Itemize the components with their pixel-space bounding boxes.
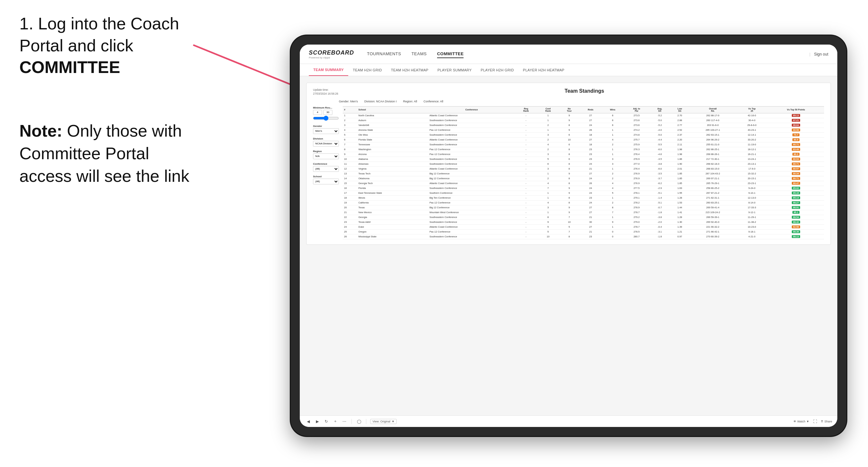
cell-low-sg: 2.20 <box>670 137 690 142</box>
cell-school: Alabama <box>357 157 428 161</box>
cell-conference: Southern Conference <box>428 191 515 195</box>
toolbar-back-btn[interactable]: ◀ <box>305 418 311 425</box>
cell-adj-par: 278.2 <box>623 200 650 205</box>
cell-rnds: 27 <box>580 171 602 176</box>
cell-rank: 9 <box>343 152 357 157</box>
cell-conf-rank: 2 <box>537 123 559 128</box>
toolbar-forward-btn[interactable]: ▶ <box>314 418 320 425</box>
cell-low-sg: 1.21 <box>670 229 690 234</box>
cell-wins: 4 <box>602 137 623 142</box>
cell-vs25: 9-24-0 <box>736 186 768 191</box>
cell-no-tour: 8 <box>559 200 580 205</box>
min-rounds-min[interactable] <box>313 110 322 115</box>
conference-select[interactable]: (All) <box>313 166 339 172</box>
sub-nav-player-h2h-heatmap[interactable]: PLAYER H2H HEATMAP <box>519 64 569 76</box>
cell-adj-par: 275.9 <box>623 142 650 147</box>
table-row: 4 Arizona State Pac-12 Conference - 1 9 … <box>343 128 824 132</box>
cell-vs50-points: 80.57 <box>768 166 824 171</box>
toolbar-add-btn[interactable]: ＋ <box>332 418 339 425</box>
cell-rank: 20 <box>343 205 357 210</box>
toolbar-refresh-btn[interactable]: ↻ <box>323 418 330 425</box>
cell-rnds: 27 <box>580 118 602 123</box>
sub-nav-player-summary[interactable]: PLAYER SUMMARY <box>433 64 476 76</box>
table-row: 21 New Mexico Mountain West Conference -… <box>343 210 824 215</box>
cell-adj-par: 278.9 <box>623 205 650 210</box>
toolbar-clock-btn[interactable]: ◯ <box>356 418 362 425</box>
cell-vs50-points: 80.71 <box>768 161 824 166</box>
toolbar-watch-btn[interactable]: 👁 Watch ▼ <box>794 420 809 423</box>
sub-nav-team-h2h-heatmap[interactable]: TEAM H2H HEATMAP <box>386 64 433 76</box>
cell-vs50-points: 88.13 <box>768 234 824 239</box>
bottom-toolbar: ◀ ▶ ↻ ＋ ⋯ ◯ View: Original ▼ 👁 Watch ▼ ⛶ <box>300 415 837 427</box>
cell-rnds: 21 <box>580 229 602 234</box>
cell-rnds: 27 <box>580 113 602 118</box>
cell-vs25: 9-10-1 <box>736 191 768 195</box>
cell-reg-rank: - <box>515 186 537 191</box>
col-reg-rank: RegRank <box>515 106 537 113</box>
gender-select[interactable]: Men's <box>313 128 339 134</box>
cell-rnds: 27 <box>580 210 602 215</box>
cell-vs25: 20-15-1 <box>736 176 768 181</box>
cell-avg-sg: -6.0 <box>650 147 670 152</box>
region-select[interactable]: N/A <box>313 153 339 159</box>
division-select[interactable]: NCAA Division I <box>313 141 339 147</box>
nav-link-teams[interactable]: TEAMS <box>411 50 427 58</box>
toolbar-more-btn[interactable]: ⋯ <box>341 418 348 425</box>
cell-rnds: 30 <box>580 220 602 224</box>
cell-avg-sg: -4.6 <box>650 152 670 157</box>
toolbar-expand-btn[interactable]: ⛶ <box>812 418 818 425</box>
school-select[interactable]: (All) <box>313 179 339 184</box>
cell-avg-sg: -5.2 <box>650 123 670 128</box>
cell-no-tour: 9 <box>559 205 580 210</box>
cell-rnds: 24 <box>580 191 602 195</box>
cell-low-sg: 0.97 <box>670 234 690 239</box>
toolbar-view-btn[interactable]: View: Original ▼ <box>370 419 397 424</box>
cell-conf-rank: 5 <box>537 229 559 234</box>
gender-filter: Gender Men's <box>313 125 339 134</box>
col-avg-sg: Avg.SG <box>650 106 670 113</box>
cell-wins: 2 <box>602 200 623 205</box>
cell-rnds: 18 <box>580 132 602 137</box>
cell-wins: 0 <box>602 229 623 234</box>
cell-overall: 271 66-42-1 <box>690 229 736 234</box>
cell-vs50-points: 88.54 <box>768 215 824 220</box>
cell-reg-rank: - <box>515 128 537 132</box>
cell-wins: 3 <box>602 157 623 161</box>
cell-reg-rank: - <box>515 113 537 118</box>
cell-reg-rank: - <box>515 137 537 142</box>
cell-adj-par: 276.3 <box>623 147 650 152</box>
cell-reg-rank: - <box>515 132 537 137</box>
nav-link-committee[interactable]: COMMITTEE <box>437 50 464 58</box>
cell-low-sg: 1.39 <box>670 224 690 229</box>
cell-rnds: 21 <box>580 166 602 171</box>
cell-low-sg: 1.85 <box>670 176 690 181</box>
min-rounds-slider[interactable] <box>313 116 339 121</box>
cell-no-tour: 8 <box>559 195 580 200</box>
cell-no-tour: 9 <box>559 128 580 132</box>
col-conf-rank: ConfRank <box>537 106 559 113</box>
min-rounds-max[interactable] <box>323 110 332 115</box>
cell-vs50-points: 82.98 <box>768 224 824 229</box>
sub-nav-team-summary[interactable]: TEAM SUMMARY <box>309 64 348 76</box>
cell-adj-par: 274.8 <box>623 132 650 137</box>
cell-no-tour: 8 <box>559 234 580 239</box>
cell-rnds: 23 <box>580 152 602 157</box>
cell-avg-sg: -6.0 <box>650 166 670 171</box>
cell-rank: 16 <box>343 186 357 191</box>
cell-wins: 1 <box>602 132 623 137</box>
cell-adj-par: 278.7 <box>623 210 650 215</box>
cell-avg-sg: -1.4 <box>650 195 670 200</box>
cell-rank: 4 <box>343 128 357 132</box>
cell-vs25: 12-13-0 <box>736 195 768 200</box>
toolbar-share-btn[interactable]: ⇈ Share <box>821 420 832 423</box>
cell-wins: 1 <box>602 166 623 171</box>
sub-nav-team-h2h-grid[interactable]: TEAM H2H GRID <box>348 64 386 76</box>
cell-conference: Pac-12 Conference <box>428 200 515 205</box>
nav-link-tournaments[interactable]: TOURNAMENTS <box>367 50 401 58</box>
toolbar-sep-2 <box>366 419 366 424</box>
cell-conference: Mountain West Conference <box>428 210 515 215</box>
cell-vs25: 16-21-1 <box>736 152 768 157</box>
sub-nav-player-h2h-grid[interactable]: PLAYER H2H GRID <box>476 64 519 76</box>
cell-reg-rank: - <box>515 171 537 176</box>
cell-wins: 2 <box>602 171 623 176</box>
